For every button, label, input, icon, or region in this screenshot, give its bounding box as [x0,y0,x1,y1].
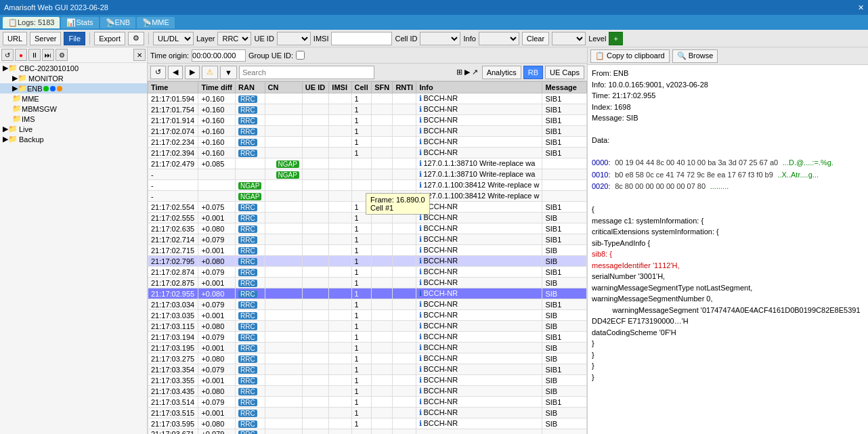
table-row[interactable]: 21:17:02.714+0.079RRC1ℹBCCH-NRSIB1 [148,234,587,245]
col-header-sfn[interactable]: SFN [372,82,393,93]
table-row[interactable]: -NGAPℹ127.0.1.100:38412 Write-replace w [148,180,587,191]
col-header-cn[interactable]: CN [265,82,302,93]
col-header-ran[interactable]: RAN [236,82,265,93]
info-value: 10.0.0.165:9001, v2023-06-28 [608,81,708,89]
ueid-select[interactable] [277,32,311,45]
tree-btn-1[interactable]: ↺ [1,49,14,61]
table-row[interactable]: 21:17:02.795+0.080RRC1ℹBCCH-NRSIB [148,256,587,267]
tree-item-enb[interactable]: ▶ 📁 ENB [0,83,147,93]
export-button[interactable]: Export [94,32,125,45]
tree-item-mme[interactable]: 📁 MME [0,93,147,104]
table-row[interactable]: 21:17:02.479+0.085NGAPℹ127.0.1.1:38710 W… [148,158,587,169]
mme-icon: 📡 [142,18,152,27]
right-toolbar: 📋 Copy to clipboard 🔍 Browse [588,47,868,65]
table-row[interactable]: 21:17:02.875+0.001RRC1ℹBCCH-NRSIB [148,278,587,288]
col-header-timediff[interactable]: Time diff [198,82,236,93]
table-row[interactable]: 21:17:02.394+0.160RRC1ℹBCCH-NRSIB1 [148,148,587,158]
tree-btn-3[interactable]: ⏸ [28,49,41,61]
ue-caps-btn[interactable]: UE Caps [545,66,584,79]
info-select[interactable] [479,32,519,45]
search-input[interactable] [239,66,374,79]
tree-close[interactable]: ✕ [133,49,146,61]
analytics-btn[interactable]: Analytics [482,66,521,79]
table-row[interactable]: 21:17:03.514+0.079RRC1ℹBCCH-NRSIB1 [148,397,587,408]
col-header-info[interactable]: Info [416,82,542,93]
imsi-input[interactable] [331,32,392,45]
table-row[interactable]: 21:17:03.354+0.079RRC1ℹBCCH-NRSIB1 [148,364,587,375]
table-row[interactable]: 21:17:02.554+0.075RRC1ℹBCCH-NRSIB1 [148,202,587,213]
arrow2-icon: ↗ [472,68,478,77]
copy-clipboard-btn[interactable]: 📋 Copy to clipboard [590,49,670,63]
tab-mme[interactable]: 📡 MME [137,17,175,28]
table-row[interactable]: 21:17:02.074+0.160RRC1ℹBCCH-NRSIB1 [148,126,587,137]
table-row[interactable]: 21:17:03.435+0.080RRC1ℹBCCH-NRSIB [148,386,587,397]
time-origin-label: Time origin: [150,51,189,60]
col-header-ueid[interactable]: UE ID [302,82,328,93]
tree-item-live[interactable]: ▶ 📁 Live [0,124,147,134]
clear-button[interactable]: Clear [522,32,549,45]
refresh-btn[interactable]: ↺ [150,66,166,79]
arrow-icon: ▶ [464,68,470,77]
table-row[interactable]: 21:17:01.754+0.160RRC1ℹBCCH-NRSIB1 [148,104,587,115]
next-btn[interactable]: ▶ [185,66,200,79]
tree-btn-4[interactable]: ⏭ [42,49,54,61]
file-button[interactable]: File [64,32,85,45]
url-button[interactable]: URL [3,32,27,45]
table-row[interactable]: -NGAPℹ127.0.1.100:38412 Write-replace w [148,191,587,202]
browse-btn[interactable]: 🔍 Browse [672,49,718,63]
tab-enb[interactable]: 📡 ENB [100,17,136,28]
table-row[interactable]: 21:17:01.914+0.160RRC1ℹBCCH-NRSIB1 [148,115,587,126]
cellid-select[interactable] [420,32,460,45]
col-header-time[interactable]: Time [148,82,198,93]
tree-item-monitor[interactable]: ▶ 📁 MONITOR [0,73,147,83]
filter-btn[interactable]: ▼ [220,66,237,79]
table-row[interactable]: 21:17:02.955+0.080RRC1ℹBCCH-NRSIB [148,288,587,299]
table-row[interactable]: 21:17:03.355+0.001RRC1ℹBCCH-NRSIB [148,375,587,386]
settings-button[interactable]: ⚙ [128,32,144,45]
table-row[interactable]: 21:17:03.515+0.001RRC1ℹBCCH-NRSIB [148,408,587,418]
tree-item-mbmsgw[interactable]: 📁 MBMSGW [0,104,147,114]
tab-bar: 📋 Logs: 5183 📊 Stats 📡 ENB 📡 MME [0,15,868,30]
tree-btn-2[interactable]: ● [15,49,27,61]
col-header-imsi[interactable]: IMSI [329,82,351,93]
time-origin-input[interactable] [192,49,246,62]
table-row[interactable]: 21:17:03.035+0.001RRC1ℹBCCH-NRSIB [148,310,587,321]
warning-btn[interactable]: ⚠ [202,66,218,79]
tree-item-ims[interactable]: 📁 IMS [0,114,147,124]
tree-btn-5[interactable]: ⚙ [56,49,68,61]
log-table: Time Time diff RAN CN UE ID IMSI Cell SF… [148,81,587,434]
server-button[interactable]: Server [30,32,61,45]
col-header-cell[interactable]: Cell [351,82,372,93]
tab-logs[interactable]: 📋 Logs: 5183 [3,17,60,28]
log-table-wrap[interactable]: Time Time diff RAN CN UE ID IMSI Cell SF… [148,81,587,434]
table-row[interactable]: 21:17:02.234+0.160RRC1ℹBCCH-NRSIB1 [148,137,587,148]
rb-btn[interactable]: RB [523,66,543,79]
group-ueid-checkbox[interactable] [296,51,305,60]
col-header-message[interactable]: Message [542,82,587,93]
add-button[interactable]: + [609,32,622,45]
tree-item-backup[interactable]: ▶ 📁 Backup [0,134,147,144]
table-row[interactable]: 21:17:03.275+0.080RRC1ℹBCCH-NRSIB [148,353,587,364]
tab-stats[interactable]: 📊 Stats [61,17,98,28]
table-row[interactable]: 21:17:03.595+0.080RRC1ℹBCCH-NRSIB [148,418,587,429]
prev-btn[interactable]: ◀ [168,66,183,79]
table-row[interactable]: 21:17:02.874+0.079RRC1ℹBCCH-NRSIB1 [148,267,587,278]
table-row[interactable]: 21:17:03.671+0.079RRC [148,429,587,435]
table-row[interactable]: 21:17:03.195+0.001RRC1ℹBCCH-NRSIB [148,343,587,353]
layer-select[interactable]: RRC.PDCPRLCMAC [217,32,251,45]
hex-line: 0000: 00 19 04 44 8c 00 40 10 00 ba 3a 3… [592,157,864,169]
table-row[interactable]: 21:17:03.194+0.079RRC1ℹBCCH-NRSIB1 [148,332,587,343]
col-header-rnti[interactable]: RNTI [393,82,416,93]
time-value: 21:17:02.955 [612,91,655,100]
level-select[interactable] [552,32,586,45]
table-row[interactable]: 21:17:03.034+0.079RRC1ℹBCCH-NRSIB1 [148,299,587,310]
table-row[interactable]: 21:17:02.555+0.001RRC1ℹBCCH-NRSIB [148,213,587,223]
tree-item-cbc[interactable]: ▶ 📁 CBC-2023010100 [0,63,147,73]
close-icon[interactable]: ✕ [858,3,864,12]
table-row[interactable]: 21:17:02.715+0.001RRC1ℹBCCH-NRSIB [148,245,587,256]
table-row[interactable]: 21:17:03.115+0.080RRC1ℹBCCH-NRSIB [148,321,587,332]
direction-select[interactable]: UL/DLULDL [153,32,194,45]
table-row[interactable]: 21:17:02.635+0.080RRC1ℹBCCH-NRSIB1 [148,223,587,234]
table-row[interactable]: -NGAPℹ127.0.1.1:38710 Write-replace wa [148,169,587,180]
table-row[interactable]: 21:17:01.594+0.160RRC1ℹBCCH-NRSIB1 [148,93,587,104]
